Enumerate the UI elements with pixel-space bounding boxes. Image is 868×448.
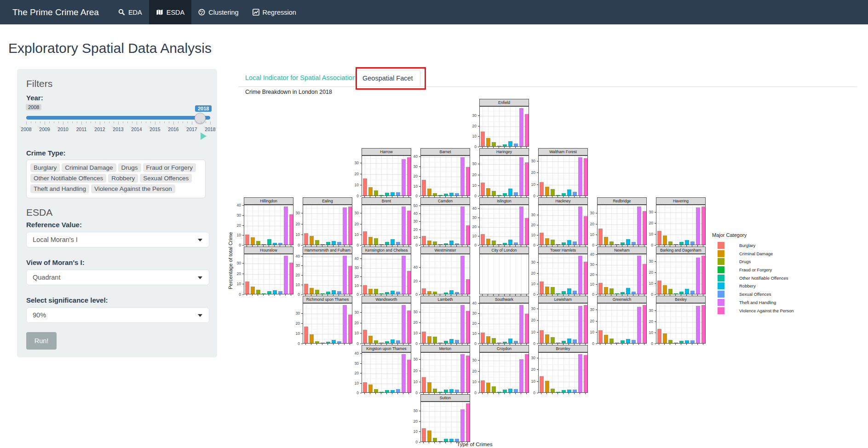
facet-panel xyxy=(597,205,647,245)
moran-view-select[interactable]: Quadrant xyxy=(26,270,209,285)
bar-drugs xyxy=(433,193,437,195)
y-tick-mark xyxy=(596,224,597,224)
y-tick-mark xyxy=(419,230,420,230)
bar-criminal-damage xyxy=(310,236,314,245)
slider-tick xyxy=(183,121,183,123)
y-tick-mark xyxy=(537,393,538,393)
chevron-down-icon xyxy=(198,239,202,241)
nav-item-clustering[interactable]: Clustering xyxy=(191,0,245,24)
bar-criminal-damage xyxy=(545,287,549,294)
x-tick-mark xyxy=(605,344,606,345)
bar-robbery xyxy=(685,240,689,245)
bar-robbery xyxy=(332,340,336,343)
gridline xyxy=(339,205,339,245)
bar-drugs xyxy=(374,340,378,343)
crime-type-pill[interactable]: Fraud or Forgery xyxy=(143,163,196,172)
bar-sexual-offences xyxy=(455,243,459,245)
y-tick-mark xyxy=(360,245,362,246)
x-tick-mark xyxy=(274,294,275,296)
y-tick-label: 20 xyxy=(586,272,594,277)
bar-criminal-damage xyxy=(486,239,490,245)
tab-lisa[interactable]: Local Indicator for Spatial Association xyxy=(238,70,363,86)
legend-swatch xyxy=(718,258,724,265)
facet-strip-label: Hammersmith and Fulham xyxy=(303,247,352,254)
bar-burglary xyxy=(304,327,308,343)
bar-drugs xyxy=(609,288,614,294)
bar-other-notifiable-offences xyxy=(503,144,507,147)
gridline xyxy=(398,205,398,245)
crime-type-pill[interactable]: Burglary xyxy=(30,163,60,172)
bar-other-notifiable-offences xyxy=(444,439,448,442)
y-tick-label: 30 xyxy=(409,408,418,413)
crime-type-pill[interactable]: Criminal Damage xyxy=(62,163,116,172)
gridline xyxy=(370,254,371,294)
filters-heading: Filters xyxy=(26,78,52,89)
slider-tick xyxy=(137,121,137,125)
crime-type-pill[interactable]: Violence Against the Person xyxy=(91,184,175,193)
bar-fraud-or-forgery xyxy=(438,343,443,343)
bar-theft-and-handling xyxy=(460,305,465,343)
gridline xyxy=(499,353,500,392)
y-tick-label: 20 xyxy=(586,319,594,323)
y-tick-label: 10 xyxy=(233,233,241,237)
y-tick-label: 10 xyxy=(645,232,653,236)
legend-item: Sexual Offences xyxy=(712,290,747,299)
nav-item-regression[interactable]: Regression xyxy=(246,0,303,24)
x-tick-mark xyxy=(403,393,403,394)
x-tick-mark xyxy=(504,393,505,394)
y-tick-mark xyxy=(478,333,479,334)
bar-other-notifiable-offences xyxy=(562,341,566,343)
y-tick-mark xyxy=(360,353,362,354)
x-tick-mark xyxy=(622,344,622,345)
bar-criminal-damage xyxy=(486,383,490,392)
run-button[interactable]: Run! xyxy=(26,332,57,350)
y-tick-mark xyxy=(419,196,420,196)
slider-tick xyxy=(63,121,63,125)
facet-lambeth: Lambeth0102030 xyxy=(409,296,470,345)
bar-theft-and-handling xyxy=(402,159,406,195)
bar-theft-and-handling xyxy=(519,157,523,195)
slider-play-icon[interactable] xyxy=(201,132,207,140)
bar-robbery xyxy=(449,241,454,245)
y-tick-mark xyxy=(360,312,362,313)
slider-tick xyxy=(169,121,169,123)
crime-type-pill[interactable]: Robbery xyxy=(108,174,138,183)
significance-select[interactable]: 90% xyxy=(26,307,209,323)
gridline xyxy=(398,254,398,294)
bar-robbery xyxy=(626,239,630,245)
y-tick-label: 10 xyxy=(409,235,418,240)
facet-strip-label: Croydon xyxy=(479,345,529,352)
gridline xyxy=(692,254,693,294)
reference-value-select[interactable]: Local Moran's I xyxy=(26,232,209,247)
bar-theft-and-handling xyxy=(578,157,582,195)
crime-type-pill[interactable]: Sexual Offences xyxy=(140,174,192,183)
y-tick-mark xyxy=(655,310,656,311)
crime-type-pill[interactable]: Theft and Handling xyxy=(30,184,89,193)
x-tick-mark xyxy=(546,393,547,394)
gridline xyxy=(516,205,516,245)
nav-item-esda[interactable]: ESDA xyxy=(149,0,192,24)
facet-panel xyxy=(420,254,470,294)
bar-sexual-offences xyxy=(278,291,282,294)
bar-criminal-damage xyxy=(427,382,431,392)
y-tick-label: 10 xyxy=(409,379,418,384)
facet-islington: Islington010203040 xyxy=(468,197,529,247)
nav-item-eda[interactable]: EDA xyxy=(111,0,149,24)
slider-tick-label: 2013 xyxy=(113,126,123,132)
gridline xyxy=(398,156,398,195)
gridline xyxy=(676,205,676,245)
y-tick-mark xyxy=(360,276,362,277)
bar-theft-and-handling xyxy=(519,108,523,146)
slider-tick xyxy=(81,121,82,125)
bar-robbery xyxy=(391,339,395,343)
facet-hackney: Hackney0102030 xyxy=(527,197,588,247)
bar-theft-and-handling xyxy=(284,256,288,294)
tab-geospatial-facet[interactable]: Geospatial Facet xyxy=(355,70,420,86)
bar-theft-and-handling xyxy=(343,305,347,343)
year-slider-track[interactable] xyxy=(26,116,210,120)
y-tick-mark xyxy=(301,235,303,235)
y-tick-mark xyxy=(478,136,479,137)
bar-other-notifiable-offences xyxy=(385,341,389,344)
crime-type-pill[interactable]: Drugs xyxy=(118,163,141,172)
crime-type-pill[interactable]: Other Notifiable Offences xyxy=(30,174,106,183)
